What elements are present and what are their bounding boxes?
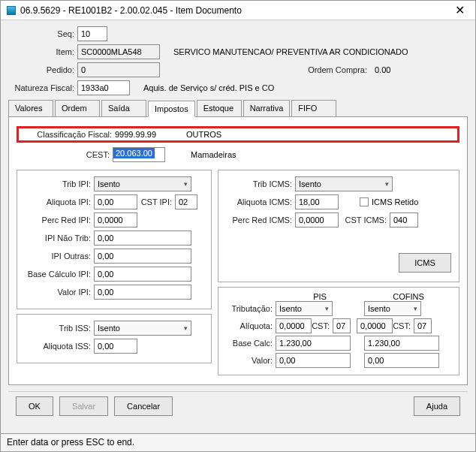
csticms-input[interactable] — [390, 212, 418, 228]
pis-cst-lbl: CST: — [312, 321, 333, 330]
piscofins-group: PIS COFINS Tributação: Isento▾ Isento▾ A… — [218, 287, 459, 375]
natfiscal-desc: Aquis. de Serviço s/ créd. PIS e CO — [139, 83, 274, 92]
pc-aliq-label: Alíquota: — [224, 321, 276, 330]
cofins-cst-lbl: CST: — [393, 321, 414, 330]
cofins-cst[interactable] — [414, 318, 432, 333]
pc-valor-label: Valor: — [224, 356, 276, 365]
pedido-input — [77, 62, 160, 77]
classif-desc: OUTROS — [186, 130, 221, 139]
pis-header: PIS — [276, 292, 364, 301]
cstipi-input[interactable] — [175, 194, 197, 209]
percredipi-label: Perc Red IPI: — [25, 215, 94, 224]
cstipi-label: CST IPI: — [137, 197, 175, 206]
tab-panel-impostos: Classificação Fiscal: 9999.99.99 OUTROS … — [8, 117, 468, 385]
cofins-valor[interactable] — [364, 353, 439, 368]
aliqicms-label: Aliquota ICMS: — [226, 197, 295, 206]
app-icon — [7, 6, 16, 15]
tab-fifo[interactable]: FIFO — [291, 100, 336, 116]
pis-cst[interactable] — [333, 318, 351, 333]
tribicms-label: Trib ICMS: — [226, 179, 295, 188]
natfiscal-input[interactable] — [77, 80, 130, 95]
cofins-base[interactable] — [364, 336, 439, 351]
cest-label: CEST: — [21, 150, 113, 159]
valoripi-input[interactable] — [94, 285, 191, 300]
aliqipi-label: Aliquota IPI: — [25, 197, 94, 206]
ipi-group: Trib IPI: Isento▾ Aliquota IPI: CST IPI:… — [17, 170, 212, 309]
icms-group: Trib ICMS: Isento▾ Aliquota ICMS: ICMS R… — [218, 170, 459, 282]
chevron-down-icon: ▾ — [325, 305, 329, 312]
tab-valores[interactable]: Valores — [8, 100, 53, 116]
valoripi-label: Valor IPI: — [25, 288, 94, 297]
ordemcompra-label: Ordem Compra: — [160, 65, 370, 74]
pis-aliq[interactable] — [276, 318, 312, 333]
pis-valor[interactable] — [276, 353, 351, 368]
percredicms-input[interactable] — [295, 212, 339, 228]
chevron-down-icon: ▾ — [184, 180, 188, 188]
ipinaotrib-label: IPI Não Trib: — [25, 234, 94, 243]
chevron-down-icon: ▾ — [385, 180, 389, 188]
tab-ordem[interactable]: Ordem — [55, 100, 100, 116]
pis-base[interactable] — [276, 336, 351, 351]
ajuda-button[interactable]: Ajuda — [414, 396, 460, 416]
status-text: Enter data or press ESC to end. — [7, 437, 134, 447]
cofins-header: COFINS — [364, 292, 453, 301]
cest-desc: Mamadeiras — [186, 150, 236, 159]
pc-trib-label: Tributação: — [224, 304, 276, 313]
cofins-trib[interactable]: Isento▾ — [364, 301, 421, 316]
classif-value: 9999.99.99 — [115, 130, 186, 139]
chevron-down-icon: ▾ — [184, 324, 188, 332]
icms-button[interactable]: ICMS — [399, 253, 451, 273]
tribipi-select[interactable]: Isento▾ — [94, 176, 191, 191]
pc-base-label: Base Calc: — [224, 339, 276, 348]
csticms-label: CST ICMS: — [339, 215, 390, 224]
seq-input[interactable] — [77, 26, 107, 41]
aliqicms-input[interactable] — [295, 194, 339, 209]
ipinaotrib-input[interactable] — [94, 231, 191, 246]
baseipi-label: Base Cálculo IPI: — [25, 270, 94, 279]
percredipi-input[interactable] — [94, 212, 137, 228]
tab-narrativa[interactable]: Narrativa — [243, 100, 291, 116]
window: 06.9.5629 - RE1001B2 - 2.00.02.045 - Ite… — [0, 0, 476, 452]
ipioutras-input[interactable] — [94, 249, 191, 264]
aliqiss-input[interactable] — [94, 339, 137, 354]
header-area: Seq: Item: SERVICO MANUTENCAO/ PREVENTIV… — [1, 20, 475, 423]
footer-buttons: OK Salvar Cancelar Ajuda — [8, 391, 468, 420]
baseipi-input[interactable] — [94, 267, 191, 282]
cest-input[interactable]: 20.063.00 — [113, 148, 155, 158]
ipioutras-label: IPI Outras: — [25, 252, 94, 261]
tab-saida[interactable]: Saída — [101, 100, 146, 116]
close-icon[interactable]: ✕ — [450, 3, 469, 17]
chevron-down-icon: ▾ — [414, 305, 417, 312]
natfiscal-label: Natureza Fiscal: — [8, 83, 77, 92]
window-title: 06.9.5629 - RE1001B2 - 2.00.02.045 - Ite… — [20, 5, 242, 16]
titlebar: 06.9.5629 - RE1001B2 - 2.00.02.045 - Ite… — [1, 1, 475, 20]
classif-label: Classificação Fiscal: — [23, 130, 115, 139]
tribicms-select[interactable]: Isento▾ — [295, 176, 393, 191]
ok-button[interactable]: OK — [16, 396, 53, 416]
icmsretido-check[interactable] — [360, 197, 369, 206]
salvar-button[interactable]: Salvar — [59, 396, 108, 416]
tab-bar: Valores Ordem Saída Impostos Estoque Nar… — [8, 100, 468, 117]
status-bar: Enter data or press ESC to end. — [1, 433, 475, 451]
aliqipi-input[interactable] — [94, 194, 137, 209]
tribiss-select[interactable]: Isento▾ — [94, 321, 191, 336]
pis-trib[interactable]: Isento▾ — [276, 301, 333, 316]
classif-fiscal-box: Classificação Fiscal: 9999.99.99 OUTROS — [17, 126, 459, 143]
item-desc: SERVICO MANUTENCAO/ PREVENTIVA AR CONDIC… — [169, 47, 408, 56]
cancelar-button[interactable]: Cancelar — [114, 396, 173, 416]
tab-impostos[interactable]: Impostos — [148, 101, 195, 117]
icmsretido-label: ICMS Retido — [372, 197, 418, 206]
percredicms-label: Perc Red ICMS: — [226, 215, 295, 224]
tribipi-label: Trib IPI: — [25, 179, 94, 188]
tab-estoque[interactable]: Estoque — [197, 100, 242, 116]
item-label: Item: — [8, 47, 77, 56]
item-code — [77, 44, 160, 59]
seq-label: Seq: — [8, 29, 77, 38]
cofins-aliq[interactable] — [357, 318, 393, 333]
pedido-label: Pedido: — [8, 65, 77, 74]
aliqiss-label: Aliquota ISS: — [25, 342, 94, 351]
ordemcompra-value: 0.00 — [370, 65, 390, 74]
tribiss-label: Trib ISS: — [25, 324, 94, 333]
iss-group: Trib ISS: Isento▾ Aliquota ISS: — [17, 314, 212, 363]
